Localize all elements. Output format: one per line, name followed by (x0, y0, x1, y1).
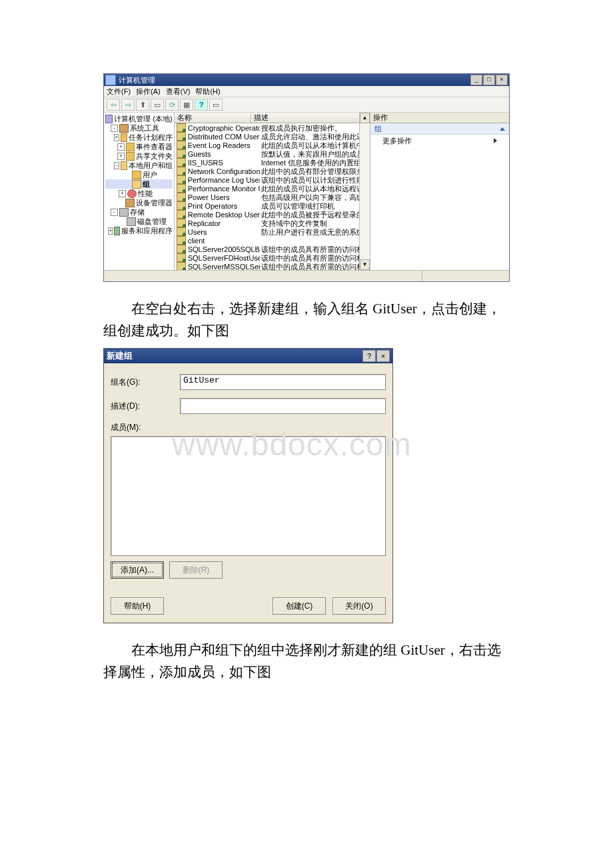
props-button[interactable]: ▭ (151, 99, 164, 111)
toolbar: ⇦ ⇨ ⬆ ▭ ⟳ ▦ ? ▭ (104, 97, 509, 113)
status-right (422, 271, 509, 281)
list-item[interactable]: IIS_IUSRSInternet 信息服务使用的内置组。 (175, 158, 370, 167)
tree-task[interactable]: 任务计划程序 (129, 133, 173, 141)
add-button[interactable]: 添加(A)... (111, 561, 164, 579)
help-icon[interactable]: ? (362, 350, 376, 362)
minimize-button[interactable]: _ (470, 75, 482, 85)
remove-button[interactable]: 删除(R) (169, 561, 223, 579)
list-item[interactable]: Network Configuration...此组中的成员有部分管理权限来..… (175, 167, 370, 175)
close-dialog-button[interactable]: 关闭(O) (332, 597, 386, 615)
list-item[interactable]: Cryptographic Operators授权成员执行加密操作。 (175, 123, 370, 132)
app-icon (105, 75, 116, 85)
menu-view[interactable]: 查看(V) (166, 87, 191, 95)
col-desc[interactable]: 描述 (251, 113, 370, 123)
group-name: Performance Monitor U... (188, 185, 260, 193)
group-icon (177, 193, 186, 201)
list-item[interactable]: Guests按默认值，来宾跟用户组的成员... (175, 149, 370, 158)
list-item[interactable]: SQLServerFDHostUser$W...该组中的成员具有所需的访问权..… (175, 253, 370, 262)
statusbar (104, 270, 509, 281)
tree-disk[interactable]: 磁盘管理 (137, 217, 167, 225)
window-titlebar[interactable]: 计算机管理 _ □ × (104, 74, 509, 86)
forward-button[interactable]: ⇨ (121, 99, 135, 111)
tree-perf[interactable]: 性能 (138, 189, 153, 197)
tree-storage[interactable]: 存储 (130, 208, 145, 216)
menu-help[interactable]: 帮助(H) (195, 87, 220, 95)
menubar: 文件(F) 操作(A) 查看(V) 帮助(H) (104, 86, 509, 97)
tree-localusers[interactable]: 本地用户和组 (129, 161, 173, 169)
action-header: 操作 (370, 113, 509, 123)
list-item[interactable]: Distributed COM Users成员允许启动、激活和使用此计... (175, 132, 370, 141)
list-item[interactable]: Users防止用户进行有意或无意的系统... (175, 227, 370, 236)
help-button[interactable]: 帮助(H) (111, 597, 164, 615)
list-rows[interactable]: Cryptographic Operators授权成员执行加密操作。Distri… (175, 123, 370, 270)
group-icon (177, 141, 186, 149)
group-desc: 成员允许启动、激活和使用此计... (260, 133, 370, 141)
group-icon (177, 236, 186, 245)
group-name: Remote Desktop Users (188, 211, 260, 219)
list-item[interactable]: Event Log Readers此组的成员可以从本地计算机中... (175, 141, 370, 149)
group-name: SQLServerMSSQLServerA... (188, 263, 260, 271)
tree-systools[interactable]: 系统工具 (130, 124, 159, 132)
scroll-up-icon[interactable]: ▲ (360, 113, 370, 123)
list-item[interactable]: SQLServer2005SQLBrows...该组中的成员具有所需的访问权..… (175, 245, 370, 253)
dialog-title: 新建组 (107, 350, 133, 362)
create-button[interactable]: 创建(C) (273, 597, 326, 615)
vertical-scrollbar[interactable]: ▲ ▼ (359, 113, 370, 270)
tree-devmgr[interactable]: 设备管理器 (136, 199, 173, 207)
group-icon (177, 184, 186, 193)
scroll-down-icon[interactable]: ▼ (360, 259, 370, 270)
group-name: Cryptographic Operators (188, 124, 260, 132)
list-item[interactable]: Remote Desktop Users此组中的成员被授予远程登录的... (175, 210, 370, 219)
group-name: Replicator (188, 219, 260, 227)
dialog-titlebar[interactable]: 新建组 ? × (104, 349, 392, 363)
group-name-input[interactable]: GitUser (180, 374, 386, 390)
action-section-group[interactable]: 组 (370, 123, 509, 135)
menu-action[interactable]: 操作(A) (136, 87, 161, 95)
close-button[interactable]: × (496, 75, 508, 85)
group-name: SQLServerFDHostUser$W... (188, 254, 260, 262)
list-item[interactable]: Power Users包括高级用户以向下兼容，高级... (175, 193, 370, 201)
group-desc: 此组中的成员有部分管理权限来... (260, 167, 370, 175)
extra-button[interactable]: ▭ (209, 99, 223, 111)
group-name-label: 组名(G): (111, 377, 180, 388)
export-button[interactable]: ▦ (180, 99, 193, 111)
members-listbox[interactable] (111, 436, 386, 556)
new-group-dialog: www.bdocx.com 新建组 ? × 组名(G): GitUser 描述(… (103, 348, 393, 623)
group-name: Event Log Readers (188, 141, 260, 149)
group-desc: 此组的成员可以从本地计算机中... (260, 141, 370, 149)
tree-root[interactable]: 计算机管理 (本地) (114, 115, 172, 123)
list-item[interactable]: SQLServerMSSQLServerA...该组中的成员具有所需的访问权..… (175, 262, 370, 270)
group-icon (177, 210, 186, 219)
group-desc: 按默认值，来宾跟用户组的成员... (260, 150, 370, 158)
window-title: 计算机管理 (119, 76, 470, 84)
list-item[interactable]: client (175, 236, 370, 245)
arrow-right-icon (494, 138, 497, 143)
help-button[interactable]: ? (195, 99, 208, 111)
maximize-button[interactable]: □ (483, 75, 495, 85)
group-name: Users (188, 228, 260, 236)
group-name: client (188, 237, 260, 245)
tree-users[interactable]: 用户 (143, 171, 157, 179)
tree-svcapp[interactable]: 服务和应用程序 (121, 227, 173, 235)
menu-file[interactable]: 文件(F) (107, 87, 131, 95)
refresh-button[interactable]: ⟳ (165, 99, 179, 111)
group-icon (177, 219, 186, 227)
computer-management-window: 计算机管理 _ □ × 文件(F) 操作(A) 查看(V) 帮助(H) ⇦ ⇨ … (103, 73, 510, 282)
list-item[interactable]: Performance Log Users该组中的成员可以计划进行性能... (175, 175, 370, 184)
col-name[interactable]: 名称 (175, 113, 251, 123)
tree-event[interactable]: 事件查看器 (136, 143, 173, 151)
tree-share[interactable]: 共享文件夹 (136, 152, 173, 160)
list-pane: 名称 描述 Cryptographic Operators授权成员执行加密操作。… (175, 113, 370, 270)
list-item[interactable]: Replicator支持域中的文件复制 (175, 219, 370, 227)
description-input[interactable] (180, 398, 386, 414)
up-button[interactable]: ⬆ (136, 99, 149, 111)
action-more[interactable]: 更多操作 (370, 135, 509, 147)
tree-pane[interactable]: 计算机管理 (本地) -系统工具 +任务计划程序 +事件查看器 +共享文件夹 -… (104, 113, 175, 270)
tree-groups[interactable]: 组 (143, 180, 150, 188)
back-button[interactable]: ⇦ (107, 99, 120, 111)
close-icon[interactable]: × (376, 350, 390, 362)
group-name: SQLServer2005SQLBrows... (188, 245, 260, 253)
list-item[interactable]: Print Operators成员可以管理域打印机 (175, 201, 370, 210)
group-name: Network Configuration... (188, 167, 260, 175)
list-item[interactable]: Performance Monitor U...此组的成员可以从本地和远程访..… (175, 184, 370, 193)
